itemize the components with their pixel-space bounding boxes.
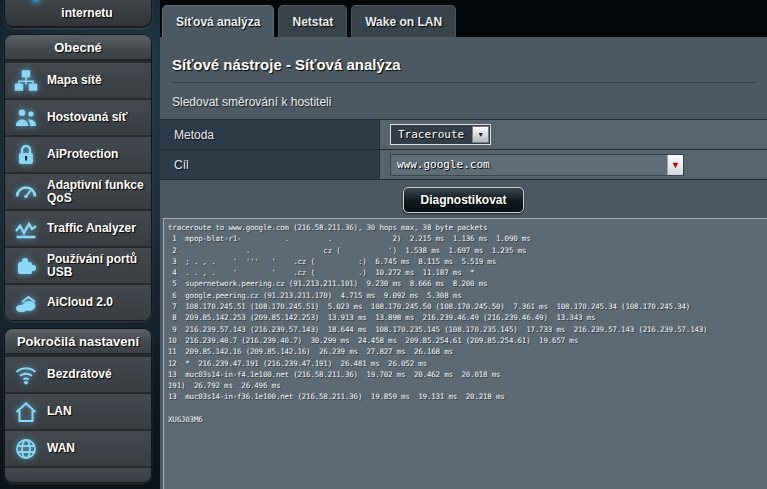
sidebar-item-guest-network[interactable]: Hostovaná síť — [5, 98, 151, 135]
sidebar-item-wireless[interactable]: Bezdrátové — [5, 355, 151, 392]
title-divider — [172, 82, 755, 83]
quick-setup-wand-icon — [31, 0, 57, 3]
sidebar-item-label: Hostovaná síť — [47, 111, 127, 124]
lock-icon — [12, 142, 40, 168]
sidebar-section-title-advanced: Pokročilá nastavení — [5, 329, 151, 355]
network-map-icon — [12, 68, 40, 94]
tab-netstat[interactable]: Netstat — [278, 5, 347, 37]
target-input[interactable]: www.google.com ▼ — [390, 154, 684, 176]
sidebar-item-label: AiProtection — [47, 148, 118, 161]
sidebar-item-label: LAN — [47, 405, 72, 418]
tab-wake-on-lan[interactable]: Wake on LAN — [351, 5, 456, 37]
guest-network-icon — [12, 105, 40, 131]
sidebar-item-next-partial[interactable] — [5, 466, 151, 482]
tab-bar: Síťová analýza Netstat Wake on LAN — [162, 5, 456, 37]
diagnose-button[interactable]: Diagnostikovat — [403, 187, 523, 213]
sidebar-item-label: Traffic Analyzer — [47, 222, 136, 235]
sidebar-item-wan[interactable]: WAN — [5, 429, 151, 466]
sidebar: internetu Obecné Mapa sítě Hostovaná síť… — [4, 0, 152, 483]
quick-setup-label: internetu — [61, 6, 112, 20]
tab-network-analysis[interactable]: Síťová analýza — [162, 5, 274, 37]
target-row: Cíl www.google.com ▼ — [160, 150, 767, 180]
method-select-value: Traceroute — [392, 128, 472, 141]
target-cell: www.google.com ▼ — [380, 150, 767, 179]
button-row: Diagnostikovat — [160, 180, 767, 220]
method-row: Metoda Traceroute ▼ — [160, 120, 767, 150]
sidebar-item-traffic-analyzer[interactable]: Traffic Analyzer — [5, 209, 151, 246]
target-label: Cíl — [160, 150, 380, 179]
traffic-chart-icon — [12, 216, 40, 242]
page-title: Síťové nástroje - Síťová analýza — [172, 56, 767, 73]
diagnostic-form: Metoda Traceroute ▼ Cíl www.google.com ▼ — [160, 119, 767, 180]
quick-internet-setup-button[interactable]: internetu — [4, 0, 152, 28]
main-content: Síťová analýza Netstat Wake on LAN Síťov… — [160, 0, 767, 489]
house-icon — [12, 399, 40, 425]
chevron-down-icon[interactable]: ▼ — [472, 126, 489, 143]
method-select[interactable]: Traceroute ▼ — [390, 124, 491, 145]
sidebar-item-lan[interactable]: LAN — [5, 392, 151, 429]
target-input-value: www.google.com — [391, 158, 667, 171]
globe-icon — [12, 436, 40, 462]
method-cell: Traceroute ▼ — [380, 120, 767, 149]
sidebar-section-title-general: Obecné — [5, 35, 151, 61]
gauge-icon — [12, 179, 40, 205]
page-subtitle: Sledovat směrování k hostiteli — [172, 95, 767, 109]
usb-app-puzzle-icon — [12, 253, 40, 279]
sidebar-item-label: WAN — [47, 442, 75, 455]
sidebar-item-label: AiCloud 2.0 — [47, 296, 113, 309]
sidebar-item-label: Bezdrátové — [47, 368, 112, 381]
sidebar-item-label: Adaptivní funkce QoS — [47, 179, 151, 205]
cloud-home-icon — [12, 290, 40, 316]
sidebar-item-label: Mapa sítě — [47, 74, 102, 87]
sidebar-section-advanced: Pokročilá nastavení Bezdrátové LAN WAN — [4, 328, 152, 483]
sidebar-item-aicloud[interactable]: AiCloud 2.0 — [5, 283, 151, 320]
sidebar-section-general: Obecné Mapa sítě Hostovaná síť AiProtect… — [4, 34, 152, 321]
sidebar-item-label: Používání portů USB — [47, 253, 151, 279]
method-label: Metoda — [160, 120, 380, 149]
sidebar-item-usb-application[interactable]: Používání portů USB — [5, 246, 151, 283]
sidebar-item-aiprotection[interactable]: AiProtection — [5, 135, 151, 172]
sidebar-item-adaptive-qos[interactable]: Adaptivní funkce QoS — [5, 172, 151, 209]
traceroute-output[interactable]: traceroute to www.google.com (216.58.211… — [163, 218, 767, 489]
content-panel: Síťové nástroje - Síťová analýza Sledova… — [160, 37, 767, 489]
wifi-icon — [12, 362, 40, 388]
sidebar-item-network-map[interactable]: Mapa sítě — [5, 61, 151, 98]
combo-dropdown-icon[interactable]: ▼ — [667, 155, 683, 175]
